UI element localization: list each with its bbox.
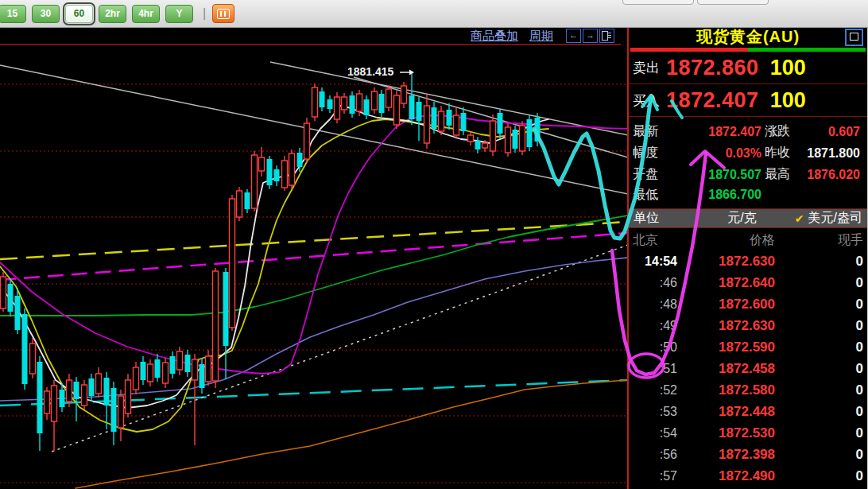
tick-time: :51 (633, 362, 677, 376)
tick-volume: 0 (775, 404, 863, 420)
tick-table-header: 北京 价格 现手 (629, 228, 867, 250)
stat-value: 0.607 (806, 125, 863, 139)
quote-panel: 现货黄金(AU) 卖出 1872.860 100 买入 1872.407 100… (627, 27, 868, 489)
period-button-30[interactable]: 30 (32, 5, 60, 23)
arrow-left-icon[interactable]: ← (566, 29, 581, 43)
sell-price: 1872.860 (666, 56, 759, 80)
toolbar-divider: | (203, 6, 206, 21)
stats-row: 开盘1870.507最高1876.020 (633, 164, 863, 185)
stats-row: 幅度0.03%昨收1871.800 (633, 142, 863, 164)
tick-time: 14:54 (633, 254, 677, 269)
tick-time: :52 (633, 383, 677, 398)
tick-volume: 0 (775, 447, 863, 463)
tick-volume: 0 (775, 318, 863, 334)
period-button-group: 1530602hr4hrY (0, 5, 193, 23)
overlay-link[interactable]: 商品叠加 (471, 29, 518, 44)
stat-value: 1870.507 (671, 168, 765, 182)
stat-value: 1871.800 (806, 146, 863, 161)
chart-header: 商品叠加 周期 ← → (0, 28, 621, 45)
tick-volume: 0 (775, 382, 863, 398)
table-row: :571872.4900 (629, 465, 867, 487)
sell-quote-row[interactable]: 卖出 1872.860 100 (629, 52, 867, 84)
col-volume: 现手 (775, 232, 863, 249)
peak-annotation: 1881.415 (347, 65, 394, 78)
maximize-icon[interactable] (845, 29, 863, 46)
col-time: 北京 (633, 232, 677, 249)
table-row: :531872.4480 (629, 401, 867, 422)
split-view-icon[interactable] (599, 29, 614, 43)
tick-price: 1872.630 (677, 318, 775, 334)
buy-quote-row[interactable]: 买入 1872.407 100 (629, 84, 867, 117)
tick-time: :56 (633, 448, 677, 462)
stat-value: 1866.700 (671, 188, 765, 202)
partial-button-right[interactable] (697, 0, 769, 5)
table-row: :461872.6400 (629, 272, 867, 293)
tick-volume: 0 (775, 254, 863, 270)
buy-label: 买入 (633, 91, 660, 110)
partial-button-left[interactable] (622, 0, 694, 5)
stat-label: 昨收 (765, 145, 806, 161)
stat-label: 最新 (633, 123, 671, 140)
tick-table: 14:541872.6300:461872.6400:481872.6000:4… (629, 250, 867, 487)
tick-volume: 0 (775, 361, 863, 377)
period-button-2hr[interactable]: 2hr (99, 5, 126, 23)
buy-ratio-segment (748, 48, 866, 52)
tick-time: :49 (633, 319, 677, 333)
check-icon: ✔ (795, 212, 804, 225)
buy-qty: 100 (770, 88, 806, 113)
tick-time: :46 (633, 276, 677, 290)
table-row: :541872.5300 (629, 422, 867, 444)
stats-row: 最低1866.700 (633, 185, 863, 207)
buy-sell-ratio-bar (630, 48, 866, 52)
stat-label: 幅度 (633, 145, 671, 161)
tick-price: 1872.600 (677, 297, 775, 312)
table-row: :521872.5800 (629, 379, 867, 401)
sell-qty: 100 (770, 56, 806, 80)
unit-label: 单位 (634, 210, 689, 227)
table-row: :481872.6000 (629, 293, 867, 315)
tick-price: 1872.458 (677, 361, 775, 377)
tick-price: 1872.530 (677, 425, 775, 441)
buy-price: 1872.407 (666, 88, 759, 113)
tick-price: 1872.630 (677, 254, 775, 270)
panel-title-row: 现货黄金(AU) (629, 27, 867, 47)
candlestick-chart-icon[interactable] (212, 4, 234, 23)
stats-row: 最新1872.407涨跌0.607 (633, 121, 863, 142)
tick-volume: 0 (775, 340, 863, 355)
table-row: :561872.3980 (629, 444, 867, 465)
period-button-Y[interactable]: Y (165, 5, 193, 23)
tick-price: 1872.640 (677, 275, 775, 291)
stat-value: 1872.407 (671, 125, 765, 139)
col-price: 价格 (677, 232, 775, 249)
stat-label: 开盘 (633, 166, 671, 183)
stat-label: 最低 (633, 187, 671, 204)
table-row: :491872.6300 (629, 315, 867, 336)
period-button-4hr[interactable]: 4hr (132, 5, 160, 23)
tick-price: 1872.580 (677, 382, 775, 398)
arrow-right-icon[interactable]: → (583, 29, 598, 43)
sell-ratio-segment (630, 48, 748, 52)
stat-value: 1876.020 (806, 168, 863, 182)
stat-value: 0.03% (671, 146, 765, 161)
table-row: :501872.5900 (629, 336, 867, 358)
tick-price: 1872.590 (677, 340, 775, 355)
trading-app-window: 1530602hr4hrY | 1881.415 商品叠加 周期 ← → 现货黄… (0, 0, 868, 489)
tick-price: 1872.448 (677, 404, 775, 420)
candlestick-chart[interactable]: 1881.415 (0, 0, 627, 489)
tick-time: :54 (633, 426, 677, 440)
table-row: :511872.4580 (629, 358, 867, 379)
stats-grid: 最新1872.407涨跌0.607幅度0.03%昨收1871.800开盘1870… (629, 117, 867, 209)
toolbar: 1530602hr4hrY | (0, 0, 868, 28)
tick-volume: 0 (775, 275, 863, 291)
stat-label: 最高 (765, 166, 806, 183)
tick-volume: 0 (775, 297, 863, 312)
tick-time: :50 (633, 340, 677, 355)
unit-row: 单位 元/克 ✔ 美元/盎司 (629, 209, 867, 228)
stat-label: 涨跌 (765, 123, 806, 140)
unit-usd-toggle[interactable]: 美元/盎司 (808, 210, 862, 227)
tick-price: 1872.398 (677, 447, 775, 463)
period-button-15[interactable]: 15 (0, 5, 26, 23)
tick-time: :57 (633, 469, 677, 483)
period-button-60[interactable]: 60 (65, 5, 93, 23)
period-link[interactable]: 周期 (529, 29, 553, 44)
